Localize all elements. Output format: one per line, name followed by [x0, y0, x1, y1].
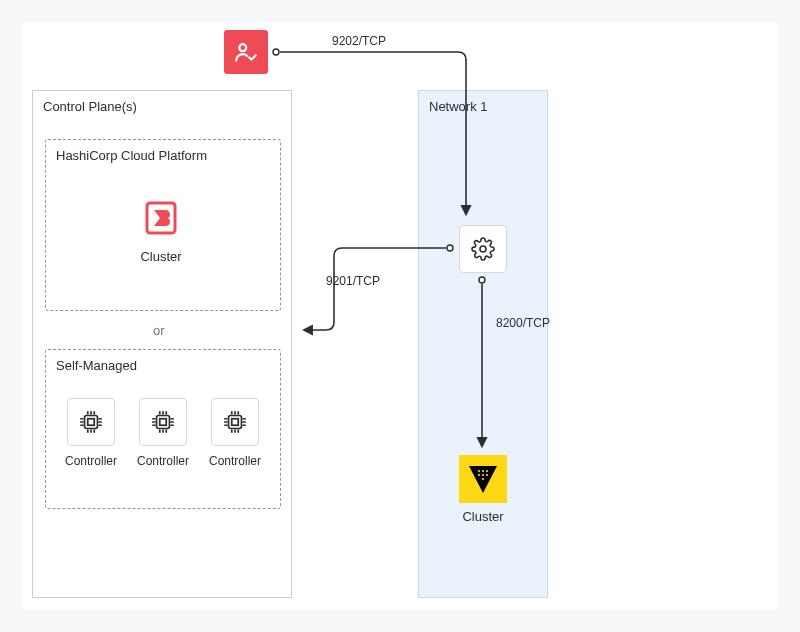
- svg-rect-7: [232, 419, 239, 426]
- svg-point-13: [482, 474, 484, 476]
- svg-point-15: [482, 478, 484, 480]
- svg-point-12: [478, 474, 480, 476]
- vault-cluster-label: Cluster: [419, 509, 547, 524]
- vault-cluster-node: [459, 455, 507, 503]
- svg-point-16: [273, 49, 279, 55]
- hcp-box: HashiCorp Cloud Platform Cluster: [45, 139, 281, 311]
- self-managed-box: Self-Managed Controller: [45, 349, 281, 509]
- controller-label: Controller: [65, 454, 117, 468]
- control-plane-box: Control Plane(s) HashiCorp Cloud Platfor…: [32, 90, 292, 598]
- svg-rect-4: [157, 416, 170, 429]
- svg-rect-5: [160, 419, 167, 426]
- cpu-icon: [67, 398, 115, 446]
- user-check-icon: [233, 39, 259, 65]
- control-plane-title: Control Plane(s): [43, 99, 137, 114]
- hcp-cluster-label: Cluster: [139, 249, 183, 264]
- controller-label: Controller: [137, 454, 189, 468]
- edge-label-worker-cp: 9201/TCP: [326, 274, 380, 288]
- or-label: or: [153, 323, 165, 338]
- svg-point-8: [480, 246, 486, 252]
- svg-point-11: [486, 470, 488, 472]
- network-1-box: Network 1 Cluster: [418, 90, 548, 598]
- controller-node: Controller: [56, 398, 126, 468]
- controller-node: Controller: [128, 398, 198, 468]
- svg-rect-6: [229, 416, 242, 429]
- svg-rect-3: [88, 419, 95, 426]
- svg-rect-2: [85, 416, 98, 429]
- vault-icon: [465, 461, 501, 497]
- svg-point-14: [486, 474, 488, 476]
- svg-point-10: [482, 470, 484, 472]
- network-1-title: Network 1: [429, 99, 488, 114]
- gear-icon: [471, 237, 495, 261]
- boundary-icon: [139, 196, 183, 240]
- svg-point-9: [478, 470, 480, 472]
- worker-node: [459, 225, 507, 273]
- controller-label: Controller: [209, 454, 261, 468]
- edge-label-worker-vault: 8200/TCP: [496, 316, 546, 332]
- cpu-icon: [211, 398, 259, 446]
- hcp-title: HashiCorp Cloud Platform: [56, 148, 207, 163]
- self-managed-title: Self-Managed: [56, 358, 137, 373]
- edge-label-user-worker: 9202/TCP: [332, 34, 386, 48]
- diagram-canvas: Control Plane(s) HashiCorp Cloud Platfor…: [22, 22, 778, 610]
- svg-point-0: [239, 44, 246, 51]
- controller-node: Controller: [200, 398, 270, 468]
- controllers-row: Controller Controller: [56, 398, 270, 468]
- hcp-cluster-node: Cluster: [139, 196, 183, 264]
- cpu-icon: [139, 398, 187, 446]
- user-node: [224, 30, 268, 74]
